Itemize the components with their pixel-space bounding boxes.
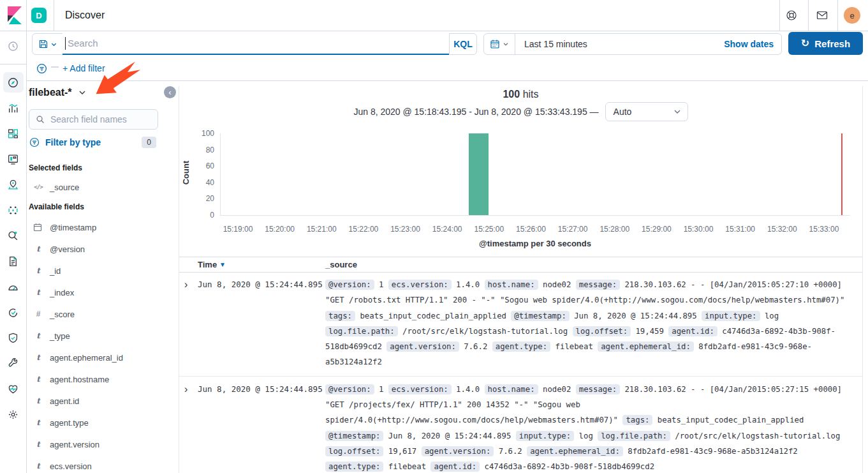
doc-table-header: Time ▼ _source <box>179 257 862 273</box>
nav-item-logs[interactable] <box>3 251 24 271</box>
field-key-badge[interactable]: message: <box>576 384 620 394</box>
nav-item-visualize[interactable] <box>3 98 24 118</box>
field-key-badge[interactable]: ecs.version: <box>388 384 452 394</box>
field-search-input[interactable]: Search field names <box>29 109 158 130</box>
nav-item-siem[interactable] <box>3 327 24 348</box>
nav-item-stack-monitoring[interactable] <box>3 379 24 399</box>
nav-item-maps[interactable] <box>3 174 24 195</box>
help-button[interactable] <box>777 0 806 31</box>
nav-item-dev-tools[interactable] <box>3 353 24 373</box>
field-key-badge[interactable]: host.name: <box>485 384 538 394</box>
x-axis-line <box>220 215 850 216</box>
sort-desc-icon[interactable]: ▼ <box>219 261 226 268</box>
top-header: D Discover e <box>0 0 868 31</box>
field-key-badge[interactable]: @version: <box>325 280 374 290</box>
chevron-down-icon <box>50 41 57 48</box>
field-key-badge[interactable]: host.name: <box>485 280 538 290</box>
available-field-_id[interactable]: t_id <box>29 260 175 282</box>
time-range-value[interactable]: Last 15 minutes <box>515 39 724 49</box>
field-key-badge[interactable]: message: <box>576 280 620 290</box>
available-field-ecs.version[interactable]: tecs.version <box>29 455 175 473</box>
available-field-@version[interactable]: t@version <box>29 238 175 260</box>
field-key-badge[interactable]: agent.id: <box>430 462 480 472</box>
nav-item-dashboard[interactable] <box>3 123 24 144</box>
string-field-icon: t <box>33 288 43 297</box>
field-key-badge[interactable]: tags: <box>325 311 355 321</box>
quick-select-button[interactable] <box>484 34 515 54</box>
expand-row-button[interactable]: › <box>179 382 198 473</box>
nav-item-graph[interactable] <box>3 225 24 246</box>
field-name: _score <box>50 310 75 319</box>
field-key-badge[interactable]: log.file.path: <box>325 326 398 336</box>
histogram-bar[interactable] <box>469 133 489 215</box>
x-tick-label: 15:19:00 <box>215 225 261 234</box>
selected-fields-heading: Selected fields <box>29 163 82 172</box>
nav-item-uptime[interactable] <box>3 302 24 322</box>
save-icon <box>38 39 48 49</box>
refresh-button[interactable]: ↻ Refresh <box>788 32 863 55</box>
calendar-icon <box>490 39 500 49</box>
filter-by-type-button[interactable]: Filter by type 0 <box>29 137 156 148</box>
field-key-badge[interactable]: @version: <box>325 384 374 394</box>
field-key-badge[interactable]: agent.id: <box>668 326 717 336</box>
maps-icon <box>7 179 19 191</box>
field-key-badge[interactable]: log.file.path: <box>598 431 670 441</box>
field-key-badge[interactable]: ecs.version: <box>388 280 452 290</box>
field-search-placeholder: Search field names <box>50 114 127 124</box>
field-name: ecs.version <box>50 462 92 471</box>
newsfeed-button[interactable] <box>807 0 837 31</box>
expand-row-button[interactable]: › <box>179 277 198 370</box>
field-key-badge[interactable]: agent.ephemeral_id: <box>598 342 694 352</box>
x-tick-label: 15:24:00 <box>424 225 470 234</box>
field-key-badge[interactable]: tags: <box>622 415 652 425</box>
x-tick-label: 15:21:00 <box>298 225 344 234</box>
nav-item-recent[interactable] <box>3 36 24 56</box>
kql-toggle-button[interactable]: KQL <box>449 33 477 55</box>
show-dates-button[interactable]: Show dates <box>724 39 781 49</box>
field-key-badge[interactable]: log.offset: <box>573 326 631 336</box>
field-key-badge[interactable]: @timestamp: <box>511 311 569 321</box>
kibana-logo-icon[interactable] <box>5 6 24 25</box>
available-fields-heading: Available fields <box>29 202 84 211</box>
interval-select[interactable]: Auto <box>605 102 688 121</box>
selected-field-_source[interactable]: </>_source <box>29 176 175 198</box>
field-key-badge[interactable]: input.type: <box>702 311 760 321</box>
uptime-icon <box>7 306 19 319</box>
available-field-_type[interactable]: t_type <box>29 325 175 347</box>
available-field-agent.hostname[interactable]: tagent.hostname <box>29 368 175 390</box>
search-input[interactable]: Search <box>63 33 449 55</box>
nav-item-discover[interactable] <box>3 72 24 93</box>
x-tick-label: 15:22:00 <box>341 225 386 234</box>
available-field-agent.type[interactable]: tagent.type <box>29 412 175 433</box>
field-key-badge[interactable]: agent.type: <box>325 462 383 472</box>
annotation-arrow-icon <box>94 59 143 101</box>
nav-item-management[interactable] <box>3 404 24 424</box>
logs-icon <box>7 255 19 267</box>
available-field-@timestamp[interactable]: @timestamp <box>29 216 175 238</box>
collapse-sidebar-button[interactable]: ‹ <box>164 86 176 98</box>
nav-item-canvas[interactable] <box>3 149 24 169</box>
index-pattern-selector[interactable]: filebeat-* <box>29 87 86 98</box>
nav-item-metrics[interactable] <box>3 276 24 297</box>
available-field-agent.ephemeral_id[interactable]: tagent.ephemeral_id <box>29 347 175 368</box>
field-key-badge[interactable]: agent.version: <box>386 342 459 352</box>
space-badge[interactable]: D <box>31 8 47 23</box>
available-field-_score[interactable]: #_score <box>29 303 175 325</box>
field-key-badge[interactable]: @timestamp: <box>325 431 383 441</box>
available-field-agent.id[interactable]: tagent.id <box>29 390 175 412</box>
field-key-badge[interactable]: agent.ephemeral_id: <box>527 446 623 456</box>
available-field-_index[interactable]: t_index <box>29 282 175 303</box>
mail-icon <box>816 9 828 22</box>
saved-query-button[interactable] <box>32 33 63 55</box>
field-key-badge[interactable]: agent.version: <box>422 446 494 456</box>
y-axis-line <box>220 133 221 215</box>
field-key-badge[interactable]: log.offset: <box>325 446 383 456</box>
column-header-time[interactable]: Time <box>198 260 217 269</box>
available-field-agent.version[interactable]: tagent.version <box>29 433 175 455</box>
nav-item-machine-learning[interactable] <box>3 200 24 220</box>
user-menu-button[interactable]: e <box>837 0 867 31</box>
field-key-badge[interactable]: input.type: <box>516 431 574 441</box>
field-key-badge[interactable]: agent.type: <box>492 342 550 352</box>
filter-menu-button[interactable] <box>36 63 48 75</box>
x-tick-label: 15:30:00 <box>675 225 721 234</box>
